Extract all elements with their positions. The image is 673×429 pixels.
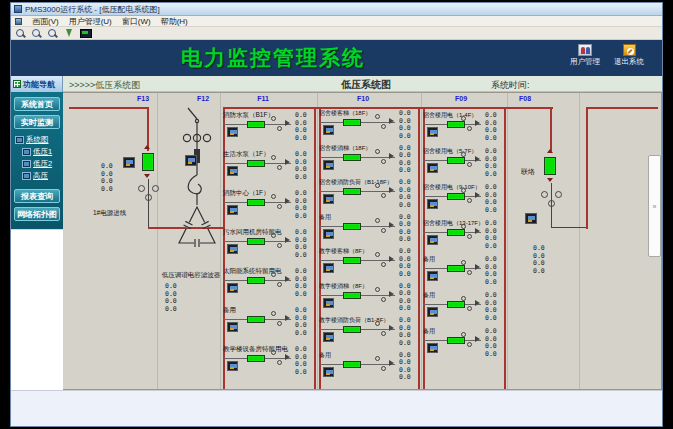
meter-icon[interactable] [427, 307, 438, 317]
flow-arrow-icon [389, 187, 394, 193]
breaker-icon[interactable] [247, 238, 265, 245]
breaker-icon[interactable] [343, 119, 361, 126]
meter-icon[interactable] [427, 271, 438, 281]
breaker-icon[interactable] [247, 160, 265, 167]
ct-icon [152, 185, 159, 192]
function-nav-header[interactable]: 功能导航 [11, 76, 63, 92]
breaker-icon[interactable] [343, 361, 361, 368]
meter-icon[interactable] [227, 244, 238, 254]
meter-icon[interactable] [323, 298, 334, 308]
ct-icon [271, 116, 276, 121]
zoom-in-icon[interactable] [15, 28, 27, 39]
flow-arrow-icon [285, 315, 290, 321]
zoom-out-icon[interactable] [31, 28, 43, 39]
feeder-label: 宿舍楼客梯（18F） [319, 109, 371, 118]
ct-icon [467, 162, 472, 167]
meter-node-icon [22, 160, 31, 168]
menu-item-0[interactable]: 画面(V) [27, 16, 64, 27]
breaker-icon[interactable] [447, 193, 465, 200]
breaker-icon[interactable] [343, 326, 361, 333]
incomer-breaker-icon[interactable] [142, 153, 154, 171]
meter-icon[interactable] [427, 163, 438, 173]
meter-icon[interactable] [323, 332, 334, 342]
breaker-icon[interactable] [343, 223, 361, 230]
flow-arrow-icon [475, 264, 480, 270]
bus-riser [586, 107, 588, 229]
feeder-label: 教学楼客梯（8F） [319, 247, 368, 256]
breaker-icon[interactable] [447, 301, 465, 308]
meter-icon[interactable] [227, 205, 238, 215]
ct-icon [461, 332, 466, 337]
breaker-icon[interactable] [447, 265, 465, 272]
ct-icon [277, 360, 282, 365]
sidebar-button-home[interactable]: 系统首页 [14, 97, 60, 111]
value: 0.0 [295, 369, 307, 377]
menu-item-2[interactable]: 窗口(W) [117, 16, 156, 27]
meter-icon[interactable] [323, 263, 334, 273]
tree-node-1[interactable]: 低压2 [22, 159, 61, 169]
breaker-icon[interactable] [447, 337, 465, 344]
zoom-area-icon[interactable] [47, 28, 59, 39]
ct-icon [467, 198, 472, 203]
tree-node-system-diagram[interactable]: 系统图 [15, 135, 61, 145]
breaker-icon[interactable] [447, 121, 465, 128]
ct-icon [277, 321, 282, 326]
incomer-values: 0.00.00.00.0 [101, 163, 113, 193]
sidebar-button-realtime[interactable]: 实时监测 [14, 115, 60, 129]
sidebar-tree: 系统图低压1低压2高压 [13, 131, 61, 187]
meter-icon[interactable] [227, 322, 238, 332]
sidebar-button-topology[interactable]: 网络拓扑图 [14, 207, 60, 221]
meter-icon[interactable] [427, 127, 438, 137]
meter-icon[interactable] [427, 199, 438, 209]
ct-icon [375, 252, 380, 257]
mdi-child-icon [15, 18, 22, 25]
meter-icon[interactable] [323, 367, 334, 377]
meter-icon[interactable] [323, 194, 334, 204]
meter-icon[interactable] [123, 157, 135, 168]
meter-icon[interactable] [323, 229, 334, 239]
screen: PMS3000运行系统 - [低压配电系统图] 画面(V)用户管理(U)窗口(W… [0, 0, 673, 429]
conductor [148, 179, 149, 229]
breaker-icon[interactable] [447, 157, 465, 164]
sidebar-button-reports[interactable]: 报表查询 [14, 189, 60, 203]
breaker-icon[interactable] [247, 277, 265, 284]
breaker-icon[interactable] [447, 229, 465, 236]
tree-node-0[interactable]: 低压1 [22, 147, 61, 157]
meter-icon[interactable] [323, 125, 334, 135]
breaker-icon[interactable] [343, 154, 361, 161]
meter-icon[interactable] [525, 213, 537, 224]
meter-icon[interactable] [227, 166, 238, 176]
meter-icon[interactable] [227, 361, 238, 371]
sub-bar: 功能导航 >>>>>低压系统图 低压系统图 系统时间: [11, 76, 662, 92]
user-management-button[interactable]: 用户管理 [570, 44, 600, 67]
menu-item-1[interactable]: 用户管理(U) [64, 16, 117, 27]
meter-icon[interactable] [427, 235, 438, 245]
breaker-icon[interactable] [343, 292, 361, 299]
ct-icon [277, 243, 282, 248]
scroll-panel[interactable]: » [648, 155, 661, 257]
tie-breaker-icon[interactable] [544, 157, 556, 175]
feeder-values: 0.00.00.00.0 [295, 346, 307, 376]
meter-icon[interactable] [227, 127, 238, 137]
meter-icon[interactable] [185, 155, 197, 166]
breaker-icon[interactable] [247, 199, 265, 206]
ct-icon [461, 224, 466, 229]
breaker-icon[interactable] [247, 121, 265, 128]
exit-system-button[interactable]: 退出系统 [614, 44, 644, 67]
breaker-icon[interactable] [247, 316, 265, 323]
meter-icon[interactable] [323, 160, 334, 170]
breaker-icon[interactable] [343, 257, 361, 264]
value: 0.0 [485, 207, 497, 215]
screen-icon[interactable] [79, 28, 91, 39]
ct-icon [277, 282, 282, 287]
breaker-icon[interactable] [247, 355, 265, 362]
meter-icon[interactable] [227, 283, 238, 293]
menu-item-3[interactable]: 帮助(H) [156, 16, 193, 27]
feeder-row-F11-0: 消防水泵（B1F）0.00.00.00.0 [221, 111, 317, 145]
breaker-icon[interactable] [343, 188, 361, 195]
system-time-label: 系统时间: [491, 79, 530, 92]
meter-icon[interactable] [427, 343, 438, 353]
feeder-label: 教学楼消梯（8F） [319, 282, 368, 291]
edit-icon[interactable] [63, 28, 75, 39]
tree-node-2[interactable]: 高压 [22, 171, 61, 181]
